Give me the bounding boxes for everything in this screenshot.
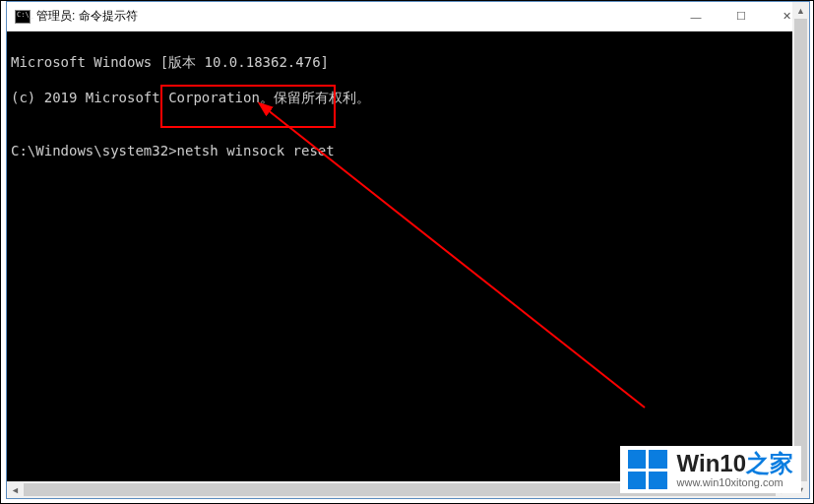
terminal-prompt-line: C:\Windows\system32>netsh winsock reset (11, 142, 805, 159)
scroll-thumb-v[interactable] (794, 19, 807, 481)
window-title: 管理员: 命令提示符 (36, 8, 138, 25)
watermark-brand-suffix: 之家 (746, 450, 793, 476)
window-controls: — ☐ ✕ (673, 2, 809, 31)
terminal-output[interactable]: Microsoft Windows [版本 10.0.18362.476] (c… (7, 32, 809, 481)
watermark-text: Win10之家 www.win10xitong.com (677, 451, 793, 488)
scroll-up-icon[interactable]: ▲ (792, 2, 809, 19)
terminal-line: (c) 2019 Microsoft Corporation。保留所有权利。 (11, 89, 805, 106)
command-prompt-window: 管理员: 命令提示符 — ☐ ✕ Microsoft Windows [版本 1… (6, 1, 810, 499)
cmd-icon (15, 10, 31, 24)
terminal-line: Microsoft Windows [版本 10.0.18362.476] (11, 53, 805, 71)
scroll-left-icon[interactable]: ◄ (7, 481, 24, 498)
watermark-brand-prefix: Win10 (677, 450, 746, 476)
maximize-button[interactable]: ☐ (719, 2, 764, 31)
titlebar[interactable]: 管理员: 命令提示符 — ☐ ✕ (7, 2, 809, 32)
watermark: Win10之家 www.win10xitong.com (620, 446, 801, 493)
scrollbar-vertical[interactable]: ▲ ▼ (792, 2, 809, 498)
watermark-url: www.win10xitong.com (677, 476, 793, 488)
minimize-button[interactable]: — (673, 2, 719, 31)
windows-logo-icon (628, 450, 667, 489)
scroll-track-v[interactable] (792, 19, 809, 481)
